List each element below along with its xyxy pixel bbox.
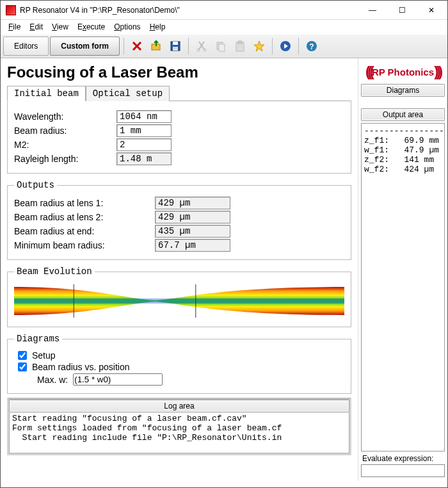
diagrams-header[interactable]: Diagrams: [361, 84, 445, 97]
rayleigh-label: Rayleigh length:: [14, 154, 116, 164]
lens1-field: [155, 197, 230, 209]
left-column: Focusing of a Laser Beam Initial beam Op…: [1, 58, 358, 481]
run-icon[interactable]: [276, 37, 294, 55]
radius-pos-label: Beam radius vs. position: [32, 362, 130, 372]
lens1-label: Beam radius at lens 1:: [14, 198, 155, 208]
end-field: [155, 225, 230, 238]
close-button[interactable]: ✕: [417, 1, 446, 19]
beam-radius-field[interactable]: [116, 124, 172, 137]
rp-photonics-logo: (((RP Photonics))): [361, 62, 445, 81]
page-title: Focusing of a Laser Beam: [7, 63, 351, 81]
log-header: Log area: [9, 400, 349, 412]
paste-icon[interactable]: [231, 37, 249, 55]
custom-form-button[interactable]: Custom form: [50, 37, 120, 56]
svg-rect-3: [173, 47, 178, 51]
svg-point-5: [204, 49, 206, 51]
svg-rect-2: [173, 42, 178, 45]
copy-icon[interactable]: [212, 37, 230, 55]
beam-evolution-group: Beam Evolution: [7, 266, 351, 327]
beam-radius-label: Beam radius:: [14, 126, 116, 136]
diagrams-legend: Diagrams: [14, 334, 62, 344]
tab-initial-beam[interactable]: Initial beam: [7, 86, 86, 101]
menu-options[interactable]: Options: [110, 21, 144, 33]
menu-file[interactable]: File: [4, 21, 24, 33]
m2-field[interactable]: [116, 138, 172, 151]
maximize-button[interactable]: ☐: [387, 1, 417, 19]
svg-text:?: ?: [309, 42, 314, 51]
svg-rect-7: [219, 44, 225, 51]
setup-checkbox[interactable]: [18, 351, 27, 360]
star-icon[interactable]: [250, 37, 268, 55]
output-area-text: ----------------- z_f1: 69.9 mm w_f1: 47…: [361, 123, 445, 451]
open-icon[interactable]: [147, 37, 165, 55]
diagrams-group: Diagrams Setup Beam radius vs. position …: [7, 334, 351, 394]
menu-bar: File Edit View Execute Options Help: [1, 20, 447, 34]
maxw-label: Max. w:: [37, 375, 68, 385]
end-label: Beam radius at end:: [14, 226, 155, 236]
right-column: (((RP Photonics))) Diagrams Output area …: [358, 58, 447, 481]
svg-rect-9: [238, 41, 242, 44]
toolbar-separator: [124, 38, 124, 54]
svg-rect-13: [14, 298, 344, 304]
outputs-group: Outputs Beam radius at lens 1: Beam radi…: [7, 180, 351, 260]
editors-button[interactable]: Editors: [3, 37, 49, 56]
menu-view[interactable]: View: [48, 21, 72, 33]
evaluate-label: Evaluate expression:: [361, 454, 445, 464]
toolbar-separator: [272, 38, 273, 54]
cut-icon[interactable]: [193, 37, 211, 55]
min-field: [155, 239, 230, 252]
window-title: RP Resonator V4 in "P:\RP_Resonator\Demo…: [20, 6, 358, 15]
tabs: Initial beam Optical setup: [7, 85, 351, 101]
log-area[interactable]: Start reading "focusing of a laser beam.…: [9, 412, 349, 453]
beam-evolution-legend: Beam Evolution: [14, 266, 95, 277]
menu-help[interactable]: Help: [146, 21, 170, 33]
toolbar-separator: [188, 38, 189, 54]
content-area: Focusing of a Laser Beam Initial beam Op…: [1, 58, 447, 481]
evaluate-section: Evaluate expression:: [361, 454, 445, 477]
delete-icon[interactable]: [128, 37, 146, 55]
tab-optical-setup[interactable]: Optical setup: [86, 86, 170, 101]
evaluate-input[interactable]: [361, 464, 445, 477]
log-wrap: Log area Start reading "focusing of a la…: [7, 398, 351, 455]
help-icon[interactable]: ?: [303, 37, 321, 55]
setup-label: Setup: [32, 350, 56, 361]
outputs-legend: Outputs: [14, 180, 57, 190]
m2-label: M2:: [14, 140, 116, 150]
beam-evolution-plot: [14, 282, 344, 320]
maxw-field[interactable]: [73, 373, 163, 386]
rayleigh-field: [116, 152, 172, 165]
wavelength-label: Wavelength:: [14, 111, 116, 122]
toolbar-separator: [298, 38, 299, 54]
menu-execute[interactable]: Execute: [74, 21, 109, 33]
svg-point-4: [197, 49, 200, 51]
output-area-header: Output area: [361, 108, 445, 121]
save-icon[interactable]: [166, 37, 184, 55]
title-bar: RP Resonator V4 in "P:\RP_Resonator\Demo…: [1, 1, 447, 20]
radius-pos-checkbox[interactable]: [18, 362, 27, 371]
lens2-label: Beam radius at lens 2:: [14, 212, 155, 222]
wavelength-field[interactable]: [116, 110, 172, 123]
lens2-field: [155, 211, 230, 224]
minimize-button[interactable]: —: [358, 1, 387, 19]
toolbar: Editors Custom form ?: [1, 34, 447, 58]
inputs-group: Wavelength: Beam radius: M2: Rayleigh le…: [7, 101, 351, 174]
app-icon: [6, 5, 16, 15]
menu-edit[interactable]: Edit: [26, 21, 47, 33]
min-label: Minimum beam radius:: [14, 240, 155, 250]
